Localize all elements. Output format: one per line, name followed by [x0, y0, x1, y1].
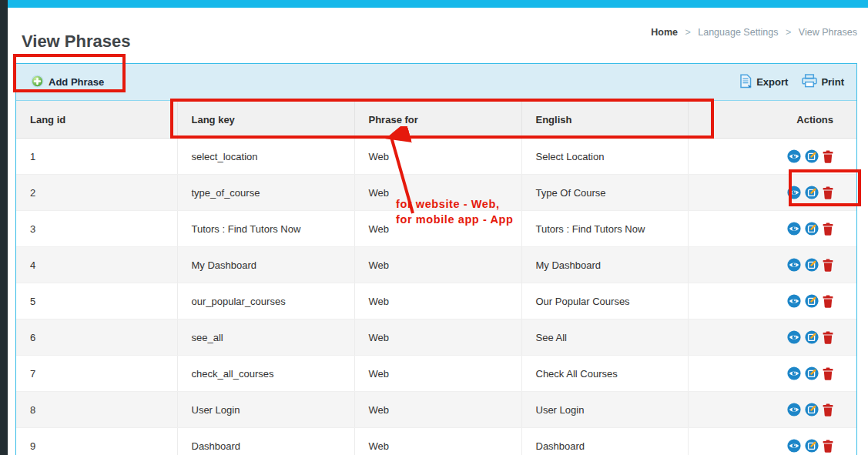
breadcrumb-home[interactable]: Home — [651, 27, 678, 38]
cell-lang-key: select_location — [177, 139, 354, 175]
top-accent-bar — [8, 0, 868, 8]
eye-icon — [787, 439, 801, 453]
cell-lang-id: 3 — [16, 211, 177, 247]
cell-english: Type Of Course — [521, 175, 688, 211]
panel-toolbar: Add Phrase Export — [16, 64, 856, 101]
view-button[interactable] — [787, 403, 801, 417]
row-actions — [787, 294, 836, 308]
add-plus-icon — [31, 75, 44, 90]
row-actions — [787, 330, 836, 344]
edit-pencil-icon — [805, 258, 819, 272]
cell-lang-id: 7 — [16, 356, 177, 392]
row-actions — [787, 403, 836, 417]
export-icon — [739, 74, 752, 91]
cell-lang-key: My Dashboard — [177, 247, 354, 283]
delete-button[interactable] — [823, 258, 836, 272]
edit-button[interactable] — [805, 294, 819, 308]
cell-english: User Login — [521, 392, 688, 428]
cell-phrase-for: Web — [354, 247, 521, 283]
cell-phrase-for: Web — [354, 211, 521, 247]
delete-button[interactable] — [823, 294, 836, 308]
table-row: 7 check_all_courses Web Check All Course… — [16, 356, 856, 392]
eye-icon — [787, 366, 801, 380]
cell-lang-id: 8 — [16, 392, 177, 428]
view-button[interactable] — [787, 149, 801, 163]
page-title: View Phrases — [22, 32, 130, 52]
view-button[interactable] — [787, 186, 801, 199]
cell-lang-key: Dashboard — [177, 428, 354, 455]
cell-actions — [688, 356, 856, 392]
view-button[interactable] — [787, 294, 801, 308]
cell-english: Select Location — [521, 139, 688, 175]
edit-button[interactable] — [805, 149, 819, 163]
edit-button[interactable] — [805, 330, 819, 344]
table-row: 4 My Dashboard Web My Dashboard — [16, 247, 856, 283]
trash-icon — [823, 295, 836, 308]
edit-button[interactable] — [805, 186, 819, 199]
delete-button[interactable] — [823, 439, 836, 453]
view-button[interactable] — [787, 366, 801, 380]
cell-lang-key: User Login — [177, 392, 354, 428]
delete-button[interactable] — [823, 366, 836, 380]
export-button[interactable]: Export — [739, 74, 788, 91]
trash-icon — [823, 186, 836, 199]
view-button[interactable] — [787, 330, 801, 344]
edit-pencil-icon — [805, 222, 819, 236]
cell-lang-key: see_all — [177, 320, 354, 356]
column-header-actions: Actions — [688, 101, 856, 139]
delete-button[interactable] — [823, 149, 836, 163]
cell-phrase-for: Web — [354, 428, 521, 455]
delete-button[interactable] — [823, 403, 836, 417]
cell-lang-key: type_of_course — [177, 175, 354, 211]
cell-actions — [688, 320, 856, 356]
eye-icon — [787, 294, 801, 308]
row-actions — [787, 258, 836, 272]
cell-english: Tutors : Find Tutors Now — [521, 211, 688, 247]
cell-actions — [688, 139, 856, 175]
delete-button[interactable] — [823, 186, 836, 199]
print-icon — [802, 74, 817, 90]
cell-actions — [688, 428, 856, 455]
print-label: Print — [821, 76, 844, 88]
eye-icon — [787, 258, 801, 272]
cell-lang-key: our_popular_courses — [177, 283, 354, 320]
add-phrase-button[interactable]: Add Phrase — [31, 75, 104, 90]
edit-button[interactable] — [805, 403, 819, 417]
delete-button[interactable] — [823, 222, 836, 236]
column-header-lang-id: Lang id — [16, 101, 177, 139]
edit-pencil-icon — [805, 330, 819, 344]
phrases-table-body: 1 select_location Web Select Location — [16, 139, 856, 455]
eye-icon — [787, 403, 801, 417]
breadcrumb: Home > Language Settings > View Phrases — [651, 27, 857, 38]
table-row: 5 our_popular_courses Web Our Popular Co… — [16, 283, 856, 320]
table-row: 6 see_all Web See All — [16, 320, 856, 356]
table-row: 2 type_of_course Web Type Of Course — [16, 175, 856, 211]
cell-lang-id: 5 — [16, 283, 177, 320]
export-print-tools: Export Print — [739, 74, 844, 91]
cell-phrase-for: Web — [354, 392, 521, 428]
edit-button[interactable] — [805, 439, 819, 453]
edit-button[interactable] — [805, 366, 819, 380]
edit-pencil-icon — [805, 366, 819, 380]
edit-button[interactable] — [805, 222, 819, 236]
phrases-table: Lang id Lang key Phrase for English Acti… — [16, 101, 856, 455]
breadcrumb-current: View Phrases — [799, 27, 857, 38]
row-actions — [787, 222, 836, 236]
breadcrumb-language-settings[interactable]: Language Settings — [698, 27, 778, 38]
row-actions — [787, 366, 836, 380]
view-button[interactable] — [787, 258, 801, 272]
breadcrumb-separator: > — [685, 27, 690, 38]
phrases-panel: Add Phrase Export — [15, 63, 857, 455]
export-label: Export — [756, 76, 788, 88]
column-header-english: English — [521, 101, 688, 139]
cell-phrase-for: Web — [354, 175, 521, 211]
trash-icon — [823, 367, 836, 380]
trash-icon — [823, 222, 836, 236]
edit-button[interactable] — [805, 258, 819, 272]
cell-english: Check All Courses — [521, 356, 688, 392]
delete-button[interactable] — [823, 330, 836, 344]
trash-icon — [823, 259, 836, 272]
print-button[interactable]: Print — [802, 74, 844, 90]
view-button[interactable] — [787, 222, 801, 236]
view-button[interactable] — [787, 439, 801, 453]
